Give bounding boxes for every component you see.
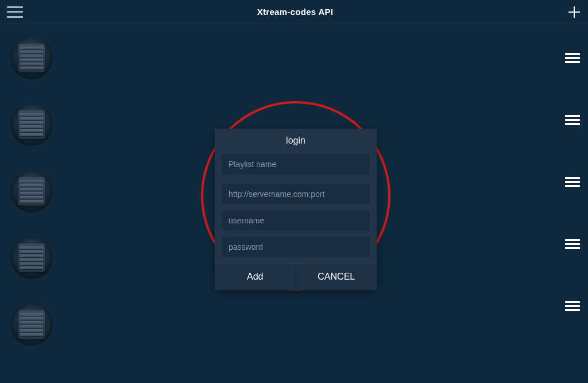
page-title: Xtream-codes API xyxy=(257,7,334,17)
row-menu-icon[interactable] xyxy=(565,301,580,311)
hamburger-menu-icon[interactable] xyxy=(7,6,23,18)
server-rack-icon xyxy=(18,44,45,72)
server-item[interactable] xyxy=(10,237,53,279)
server-item[interactable] xyxy=(10,303,53,346)
dialog-body xyxy=(215,154,377,263)
row-menu-list xyxy=(565,53,580,311)
server-list xyxy=(10,37,53,346)
username-input[interactable] xyxy=(222,210,370,231)
playlist-name-input[interactable] xyxy=(222,154,370,175)
server-url-input[interactable] xyxy=(222,184,370,204)
server-rack-icon xyxy=(18,310,45,339)
dialog-actions: Add CANCEL xyxy=(215,263,377,290)
server-item[interactable] xyxy=(10,37,53,79)
server-rack-icon xyxy=(18,243,45,272)
password-input[interactable] xyxy=(222,237,370,257)
add-icon[interactable] xyxy=(567,5,581,19)
server-item[interactable] xyxy=(10,170,53,212)
dialog-title: login xyxy=(215,129,377,154)
cancel-button[interactable]: CANCEL xyxy=(296,264,377,290)
row-menu-icon[interactable] xyxy=(565,177,580,187)
server-rack-icon xyxy=(18,177,45,206)
row-menu-icon[interactable] xyxy=(565,53,580,63)
login-dialog: login Add CANCEL xyxy=(215,129,377,290)
app-header: Xtream-codes API xyxy=(0,0,588,24)
server-item[interactable] xyxy=(10,103,53,146)
add-button[interactable]: Add xyxy=(215,264,296,290)
content-area: login Add CANCEL xyxy=(0,24,588,383)
row-menu-icon[interactable] xyxy=(565,115,580,125)
row-menu-icon[interactable] xyxy=(565,239,580,249)
server-rack-icon xyxy=(18,110,45,139)
